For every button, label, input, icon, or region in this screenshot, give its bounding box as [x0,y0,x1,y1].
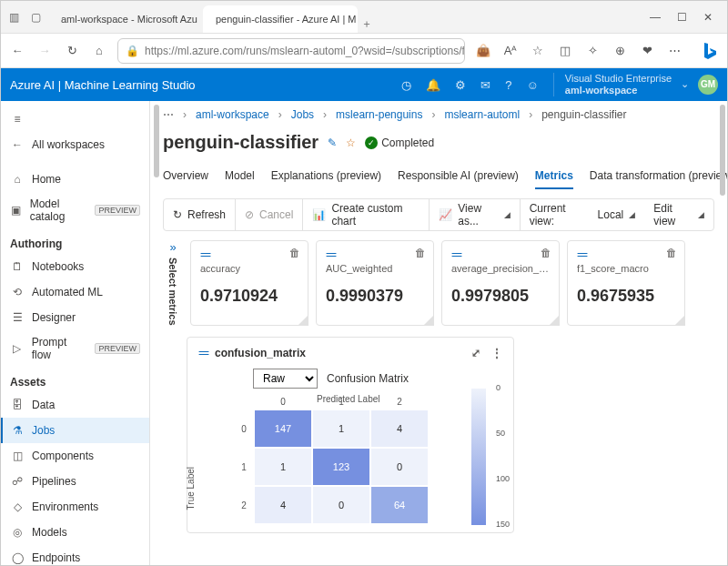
more-icon[interactable]: ⋯ [163,108,174,121]
sidebar-home[interactable]: ⌂Home [1,167,149,192]
sidebar-pipelines[interactable]: ☍Pipelines [1,469,149,494]
check-icon: ✓ [365,136,378,149]
create-chart-button[interactable]: 📊Create custom chart [303,199,430,230]
matrix-cell: 0 [371,449,428,485]
chevron-down-icon: ◢ [698,210,704,219]
minimize-button[interactable]: — [650,11,661,24]
delete-icon[interactable]: 🗑 [289,247,300,259]
breadcrumb: ⋯› aml-workspace› Jobs› mslearn-penguins… [150,101,727,128]
favorites-icon[interactable]: ✧ [583,42,602,60]
prompt-icon: ▷ [10,341,25,356]
breadcrumb-link[interactable]: mslearn-penguins [336,108,422,121]
automl-icon: ⟲ [10,285,25,299]
sidebar-item-label: Automated ML [32,286,103,298]
sidebar-designer[interactable]: ☰Designer [1,305,149,330]
sidebar-item-label: Pipelines [32,475,76,488]
main-scrollbar[interactable] [720,105,725,196]
metric-card-accuracy[interactable]: ==🗑accuracy0.9710924 [190,240,308,326]
chart-line-icon: 📈 [439,208,452,221]
bing-icon[interactable] [698,40,720,62]
browser-tab-1[interactable]: aml-workspace - Microsoft Azu✕ [48,5,203,33]
help-icon[interactable]: ? [505,78,511,92]
back-button[interactable]: ← [8,42,26,60]
sidebar-item-label: Prompt flow [32,336,88,361]
sidebar-endpoints[interactable]: ◯Endpoints [1,545,149,566]
equals-icon: == [577,248,586,261]
tab-responsible-ai[interactable]: Responsible AI (preview) [398,164,519,189]
home-button[interactable]: ⌂ [90,42,108,60]
chevron-down-icon: ◢ [504,210,511,219]
sidebar-section-assets: Assets [1,367,149,392]
refresh-button[interactable]: ↻ [63,42,81,60]
refresh-button[interactable]: ↻Refresh [164,199,236,230]
edit-view-dropdown[interactable]: Edit view◢ [644,199,713,230]
split-icon[interactable]: ◫ [556,42,574,60]
tab-overview[interactable]: Overview [163,164,208,189]
chart-subtitle: Confusion Matrix [327,372,409,385]
breadcrumb-link[interactable]: aml-workspace [196,108,269,121]
shopping-icon[interactable]: 👜 [474,42,492,60]
delete-icon[interactable]: 🗑 [541,247,551,259]
delete-icon[interactable]: 🗑 [415,247,426,259]
account-switcher[interactable]: Visual Studio Enterprise aml-workspace ⌄… [553,73,718,96]
lock-icon: 🔒 [126,45,139,57]
settings-icon[interactable]: ⚙ [455,78,466,92]
menu-icon: ≡ [10,112,25,126]
tabs-icon[interactable]: ▢ [26,8,45,26]
expand-icon[interactable]: ⤢ [471,347,480,359]
avatar[interactable]: GM [698,75,718,95]
sidebar-prompt-flow[interactable]: ▷Prompt flowPREVIEW [1,330,149,367]
current-view-dropdown[interactable]: Current view: Local◢ [521,199,645,230]
metric-card-f1[interactable]: ==🗑f1_score_macro0.9675935 [567,240,685,326]
tab-data-transformation[interactable]: Data transformation (preview) [590,164,727,189]
breadcrumb-link[interactable]: mslearn-automl [444,108,520,121]
product-title: Azure AI | Machine Learning Studio [10,78,196,92]
heart-icon[interactable]: ❤ [638,42,656,60]
metric-card-auc[interactable]: ==🗑AUC_weighted0.9990379 [316,240,434,326]
metric-card-avg-precision[interactable]: ==🗑average_precision_sco...0.9979805 [441,240,560,326]
tab-model[interactable]: Model [225,164,255,189]
star-icon[interactable]: ☆ [529,42,547,60]
subscription-name: Visual Studio Enterprise [565,73,672,85]
edit-icon[interactable]: ✎ [328,136,337,149]
collections-icon[interactable]: ⊕ [611,42,629,60]
sidebar-components[interactable]: ◫Components [1,443,149,469]
sidebar-automl[interactable]: ⟲Automated ML [1,279,149,305]
forward-button: → [35,42,54,60]
command-bar: ↻Refresh ⊘Cancel 📊Create custom chart 📈V… [163,198,714,231]
url-field[interactable]: 🔒 https://ml.azure.com/runs/mslearn-auto… [117,38,465,64]
more-icon[interactable]: ⋮ [491,347,502,359]
matrix-mode-select[interactable]: Raw [253,369,318,389]
sidebar-data[interactable]: 🗄Data [1,392,149,418]
pipelines-icon: ☍ [10,474,25,489]
sidebar-notebooks[interactable]: 🗒Notebooks [1,254,149,279]
tab-preview-icon[interactable]: ▥ [5,8,23,26]
sidebar-model-catalog[interactable]: ▣Model catalogPREVIEW [1,192,149,228]
close-button[interactable]: ✕ [703,11,713,24]
breadcrumb-link[interactable]: Jobs [291,108,314,121]
page-title-row: penguin-classifier ✎ ☆ ✓Completed [150,128,727,164]
col-header: 2 [371,394,428,409]
hamburger-button[interactable]: ≡ [1,106,149,132]
col-header: 0 [255,394,311,409]
tab-metrics[interactable]: Metrics [535,164,573,189]
menu-icon[interactable]: ⋯ [665,42,683,60]
sidebar-environments[interactable]: ◇Environments [1,494,149,520]
view-as-dropdown[interactable]: 📈View as...◢ [430,199,520,230]
delete-icon[interactable]: 🗑 [666,247,677,259]
sidebar-models[interactable]: ◎Models [1,520,149,545]
read-aloud-icon[interactable]: Aᴬ [501,42,520,60]
face-icon[interactable]: ☺ [527,78,539,92]
star-icon[interactable]: ☆ [346,136,356,149]
matrix-cell: 4 [255,487,311,523]
feedback-icon[interactable]: ✉ [480,78,490,92]
tab-explanations[interactable]: Explanations (preview) [271,164,381,189]
select-metrics-toggle[interactable]: » Select metrics [163,240,183,326]
bell-icon[interactable]: 🔔 [426,78,440,92]
sidebar-jobs[interactable]: ⚗Jobs [1,418,149,443]
sidebar-all-workspaces[interactable]: ←All workspaces [1,132,149,157]
new-tab-button[interactable]: ＋ [358,15,376,33]
browser-tab-2[interactable]: penguin-classifier - Azure AI | M✕ [203,5,358,33]
maximize-button[interactable]: ☐ [677,11,687,24]
clock-icon[interactable]: ◷ [401,78,411,92]
